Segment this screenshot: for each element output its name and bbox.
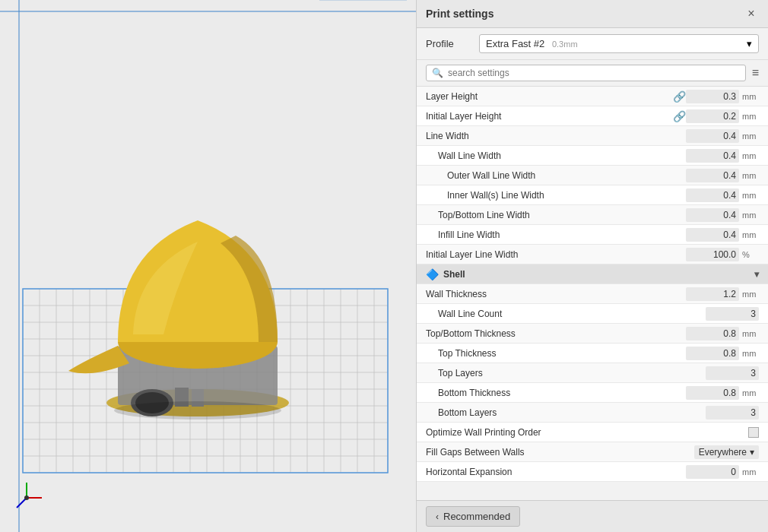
value-input-line-width[interactable] bbox=[686, 129, 739, 143]
setting-value-fill-gaps: Everywhere ▾ bbox=[694, 445, 759, 459]
section-header-shell-section[interactable]: 🔷 Shell ▾ bbox=[417, 264, 768, 284]
setting-value-outer-wall-line-width: mm bbox=[686, 169, 759, 182]
value-input-topbottom-thickness[interactable] bbox=[686, 327, 739, 340]
setting-name-wall-line-count: Wall Line Count bbox=[426, 309, 706, 319]
value-input-outer-wall-line-width[interactable] bbox=[686, 169, 739, 182]
unit-inner-wall-line-width: mm bbox=[742, 191, 759, 200]
value-input-top-thickness[interactable] bbox=[686, 347, 739, 360]
unit-bottom-thickness: mm bbox=[742, 388, 759, 397]
setting-row-outer-wall-line-width: Outer Wall Line Width mm bbox=[417, 166, 768, 185]
setting-value-layer-height: mm bbox=[686, 90, 759, 103]
setting-row-wall-line-count: Wall Line Count bbox=[417, 304, 768, 324]
dropdown-arrow-fill-gaps: ▾ bbox=[750, 447, 754, 458]
menu-icon[interactable]: ≡ bbox=[752, 66, 759, 80]
setting-name-topbottom-line-width: Top/Bottom Line Width bbox=[426, 210, 686, 220]
profile-select[interactable]: Extra Fast #2 0.3mm ▾ bbox=[479, 34, 759, 53]
setting-row-topbottom-thickness: Top/Bottom Thickness mm bbox=[417, 324, 768, 344]
setting-name-optimize-wall-order: Optimize Wall Printing Order bbox=[426, 427, 748, 438]
setting-name-infill-line-width: Infill Line Width bbox=[426, 230, 686, 240]
profile-dropdown-arrow: ▾ bbox=[747, 38, 752, 49]
recommended-label: Recommended bbox=[443, 511, 510, 522]
section-name: Shell bbox=[443, 269, 751, 280]
value-input-top-layers[interactable] bbox=[706, 366, 759, 380]
unit-wall-thickness: mm bbox=[742, 290, 759, 299]
value-input-bottom-layers[interactable] bbox=[706, 406, 759, 420]
setting-name-fill-gaps: Fill Gaps Between Walls bbox=[426, 447, 694, 458]
value-input-bottom-thickness[interactable] bbox=[686, 386, 739, 400]
value-input-horizontal-expansion[interactable] bbox=[686, 465, 739, 479]
setting-value-topbottom-line-width: mm bbox=[686, 208, 759, 222]
setting-value-wall-line-width: mm bbox=[686, 149, 759, 163]
value-input-layer-height[interactable] bbox=[686, 90, 739, 103]
setting-row-layer-height: Layer Height 🔗 mm bbox=[417, 87, 768, 106]
value-input-wall-line-width[interactable] bbox=[686, 149, 739, 163]
setting-name-inner-wall-line-width: Inner Wall(s) Line Width bbox=[426, 190, 686, 201]
setting-value-initial-layer-height: mm bbox=[686, 109, 759, 123]
value-input-inner-wall-line-width[interactable] bbox=[686, 188, 739, 202]
close-button[interactable]: × bbox=[744, 6, 759, 21]
setting-value-topbottom-thickness: mm bbox=[686, 327, 759, 340]
unit-line-width: mm bbox=[742, 131, 759, 141]
setting-row-topbottom-line-width: Top/Bottom Line Width mm bbox=[417, 205, 768, 225]
search-icon: 🔍 bbox=[432, 68, 443, 78]
section-icon: 🔷 bbox=[426, 268, 439, 280]
section-collapse-arrow[interactable]: ▾ bbox=[754, 269, 759, 280]
setting-name-horizontal-expansion: Horizontal Expansion bbox=[426, 467, 686, 477]
setting-name-topbottom-thickness: Top/Bottom Thickness bbox=[426, 328, 686, 339]
setting-row-fill-gaps: Fill Gaps Between Walls Everywhere ▾ bbox=[417, 442, 768, 462]
setting-row-wall-thickness: Wall Thickness mm bbox=[417, 284, 768, 304]
search-row: 🔍 ≡ bbox=[417, 60, 768, 87]
setting-value-horizontal-expansion: mm bbox=[686, 465, 759, 479]
setting-name-wall-thickness: Wall Thickness bbox=[426, 289, 686, 299]
setting-name-bottom-thickness: Bottom Thickness bbox=[426, 388, 686, 398]
svg-point-51 bbox=[24, 496, 29, 500]
setting-value-inner-wall-line-width: mm bbox=[686, 188, 759, 202]
setting-row-bottom-thickness: Bottom Thickness mm bbox=[417, 383, 768, 403]
value-input-topbottom-line-width[interactable] bbox=[686, 208, 739, 222]
recommended-button[interactable]: ‹ Recommended bbox=[426, 506, 520, 527]
value-input-initial-layer-line-width[interactable] bbox=[686, 248, 739, 261]
settings-list: Layer Height 🔗 mm Initial Layer Height 🔗… bbox=[417, 87, 768, 500]
setting-value-bottom-thickness: mm bbox=[686, 386, 759, 400]
setting-name-top-layers: Top Layers bbox=[426, 368, 706, 378]
print-settings-panel: Print settings × Profile Extra Fast #2 0… bbox=[416, 0, 768, 532]
value-input-wall-thickness[interactable] bbox=[686, 287, 739, 301]
setting-row-initial-layer-line-width: Initial Layer Line Width % bbox=[417, 245, 768, 264]
setting-row-inner-wall-line-width: Inner Wall(s) Line Width mm bbox=[417, 185, 768, 205]
profile-label: Profile bbox=[426, 38, 479, 49]
unit-initial-layer-line-width: % bbox=[742, 250, 759, 259]
setting-row-line-width: Line Width mm bbox=[417, 126, 768, 146]
chain-icon-layer-height[interactable]: 🔗 bbox=[673, 90, 686, 103]
setting-value-wall-line-count bbox=[706, 307, 759, 321]
search-input[interactable] bbox=[448, 68, 740, 78]
setting-row-optimize-wall-order: Optimize Wall Printing Order bbox=[417, 423, 768, 442]
unit-outer-wall-line-width: mm bbox=[742, 171, 759, 180]
profile-select-sub: 0.3mm bbox=[552, 40, 578, 49]
unit-initial-layer-height: mm bbox=[742, 112, 759, 121]
dropdown-fill-gaps[interactable]: Everywhere ▾ bbox=[694, 445, 759, 459]
setting-value-top-layers bbox=[706, 366, 759, 380]
search-input-wrap: 🔍 bbox=[426, 65, 746, 81]
svg-point-47 bbox=[114, 401, 281, 420]
unit-layer-height: mm bbox=[742, 92, 759, 101]
value-input-infill-line-width[interactable] bbox=[686, 228, 739, 242]
chain-icon-initial-layer-height[interactable]: 🔗 bbox=[673, 110, 686, 122]
panel-title: Print settings bbox=[426, 8, 493, 20]
value-input-initial-layer-height[interactable] bbox=[686, 109, 739, 123]
setting-name-wall-line-width: Wall Line Width bbox=[426, 150, 686, 161]
3d-viewport[interactable] bbox=[0, 0, 416, 532]
setting-name-outer-wall-line-width: Outer Wall Line Width bbox=[426, 170, 686, 181]
value-input-wall-line-count[interactable] bbox=[706, 307, 759, 321]
unit-top-thickness: mm bbox=[742, 349, 759, 358]
setting-row-wall-line-width: Wall Line Width mm bbox=[417, 146, 768, 166]
checkbox-optimize-wall-order[interactable] bbox=[748, 427, 759, 438]
unit-horizontal-expansion: mm bbox=[742, 467, 759, 477]
setting-name-bottom-layers: Bottom Layers bbox=[426, 407, 706, 418]
setting-value-infill-line-width: mm bbox=[686, 228, 759, 242]
unit-topbottom-thickness: mm bbox=[742, 329, 759, 338]
profile-select-value: Extra Fast #2 bbox=[486, 38, 544, 49]
setting-row-bottom-layers: Bottom Layers bbox=[417, 403, 768, 423]
profile-row: Profile Extra Fast #2 0.3mm ▾ bbox=[417, 28, 768, 60]
unit-wall-line-width: mm bbox=[742, 151, 759, 160]
panel-header: Print settings × bbox=[417, 0, 768, 28]
